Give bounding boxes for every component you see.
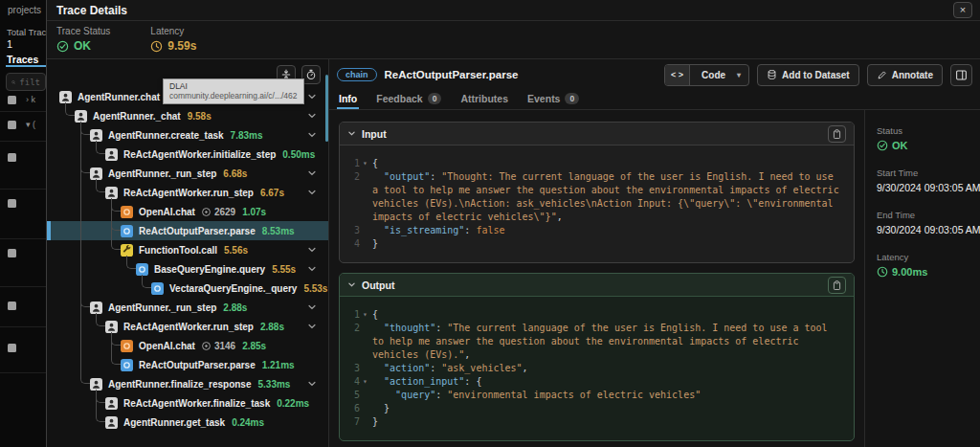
span-name: ReActAgentWorker.run_step xyxy=(123,322,254,332)
row-checkbox[interactable] xyxy=(8,199,16,208)
row-checkbox[interactable] xyxy=(8,344,16,352)
latency-timer-button[interactable] xyxy=(301,65,321,84)
agent-span-icon xyxy=(105,148,118,161)
tree-row-agentrunner-create-task[interactable]: AgentRunner.create_task7.83ms xyxy=(47,125,328,145)
close-button[interactable]: × xyxy=(953,2,972,18)
agent-span-icon xyxy=(105,321,118,333)
collapse-chevron-icon[interactable] xyxy=(307,264,317,274)
code-format-dropdown[interactable]: < > Code ▾ xyxy=(664,64,749,86)
toggle-side-panel-button[interactable] xyxy=(950,64,972,86)
fold-toggle-icon[interactable]: ▾ xyxy=(360,308,370,322)
token-icon xyxy=(201,341,212,351)
collapse-chevron-icon[interactable] xyxy=(307,188,317,197)
search-input[interactable]: filt xyxy=(6,73,46,91)
check-circle-icon xyxy=(877,140,888,151)
breadcrumb[interactable]: projects› xyxy=(8,5,46,15)
search-placeholder: filt xyxy=(19,78,40,87)
app-root: projects› Total Traces 1 Traces filt › k… xyxy=(0,0,980,447)
code-line: 7} xyxy=(342,415,844,429)
input-header[interactable]: Input xyxy=(340,123,854,145)
io-area: Input 1▾{2 "output": "Thought: The curre… xyxy=(329,110,864,447)
row-divider xyxy=(0,326,46,327)
scrollbar-thumb[interactable] xyxy=(325,75,328,142)
total-traces-label: Total Traces xyxy=(7,27,46,37)
tree-row-reactagentworker-finalize-task[interactable]: ReActAgentWorker.finalize_task0.22ms xyxy=(47,393,328,413)
agent-span-icon xyxy=(105,397,118,410)
span-name: AgentRunner._run_step xyxy=(108,168,216,179)
copy-output-button[interactable] xyxy=(828,277,846,294)
agent-span-icon xyxy=(90,378,102,391)
tree-row-functiontool-call[interactable]: FunctionTool.call5.56s xyxy=(47,240,328,259)
output-section: Output 1▾{2 "thought": "The current lang… xyxy=(339,273,855,441)
tree-row-reactoutputparser-parse[interactable]: ReActOutputParser.parse1.21ms xyxy=(47,355,328,374)
span-name: AgentRunner.create_task xyxy=(108,130,224,141)
tab-info[interactable]: Info xyxy=(339,90,357,109)
code-icon: < > xyxy=(665,65,690,85)
tree-row-reactagentworker-run-step[interactable]: ReActAgentWorker.run_step6.67s xyxy=(47,183,328,202)
llm-span-icon xyxy=(121,206,133,218)
span-latency: 8.53ms xyxy=(262,226,295,236)
span-title: ReActOutputParser.parse xyxy=(385,69,519,80)
row-checkbox[interactable] xyxy=(8,249,16,257)
tree-row-reactagentworker-run-step[interactable]: ReActAgentWorker.run_step2.88s xyxy=(47,317,328,336)
code-line: 6 } xyxy=(342,402,844,415)
tab-events[interactable]: Events0 xyxy=(527,90,579,109)
agent-span-icon xyxy=(90,302,102,314)
clock-icon xyxy=(150,40,163,53)
collapse-chevron-icon[interactable] xyxy=(307,92,317,101)
copy-input-button[interactable] xyxy=(828,125,846,143)
trace-status-bar: Trace Status OK Latency 9.59s xyxy=(47,21,980,59)
collapse-chevron-icon[interactable] xyxy=(307,302,317,312)
start-time-label: Start Time xyxy=(877,168,969,178)
tool-span-icon xyxy=(121,244,133,257)
tree-row-reactagentworker-initialize-step[interactable]: ReActAgentWorker.initialize_step0.50ms xyxy=(47,145,328,164)
status-value: OK xyxy=(877,140,969,151)
tree-row-vectaraqueryengine-query[interactable]: VectaraQueryEngine._query5.53s xyxy=(47,279,328,298)
span-latency: 2.85s xyxy=(242,341,266,351)
selected-row-bar xyxy=(47,221,51,240)
add-to-dataset-button[interactable]: Add to Dataset xyxy=(757,64,859,86)
span-name: BaseQueryEngine.query xyxy=(154,264,265,275)
span-name: OpenAI.chat xyxy=(139,341,195,351)
tree-row-reactoutputparser-parse[interactable]: ReActOutputParser.parse8.53ms xyxy=(47,221,328,240)
code-line: 2 "thought": "The current language of th… xyxy=(342,322,844,362)
span-latency: 5.55s xyxy=(272,264,296,275)
span-latency: 2.88s xyxy=(223,302,247,313)
trace-status-label: Trace Status xyxy=(56,26,110,36)
clipboard-icon xyxy=(832,128,842,140)
row-checkbox[interactable] xyxy=(8,302,16,310)
tree-row-basequeryengine-query[interactable]: BaseQueryEngine.query5.55s xyxy=(47,259,328,279)
row-checkbox[interactable] xyxy=(8,153,16,162)
span-name: ReActOutputParser.parse xyxy=(139,226,256,236)
token-icon xyxy=(201,207,212,217)
tree-row-openai-chat[interactable]: OpenAI.chat31462.85s xyxy=(47,336,328,355)
tree-row-agentrunner-chat[interactable]: AgentRunner._chat9.58s xyxy=(47,106,328,125)
trace-latency-value: 9.59s xyxy=(150,39,196,53)
input-section: Input 1▾{2 "output": "Thought: The curre… xyxy=(339,122,855,263)
collapse-chevron-icon[interactable] xyxy=(307,245,317,255)
breadcrumb-projects[interactable]: projects xyxy=(8,5,41,15)
collapse-chevron-icon[interactable] xyxy=(307,322,317,331)
collapse-chevron-icon[interactable] xyxy=(307,130,317,140)
collapse-chevron-icon[interactable] xyxy=(307,168,317,178)
tree-row-agentrunner-get-task[interactable]: AgentRunner.get_task0.24ms xyxy=(47,413,328,432)
tree-row-agentrunner-finalize-response[interactable]: AgentRunner.finalize_response5.33ms xyxy=(47,374,328,393)
row-partial-text: ▾ ( xyxy=(26,120,35,129)
collapse-chevron-icon[interactable] xyxy=(307,111,317,121)
tab-traces[interactable]: Traces xyxy=(7,54,38,65)
fold-toggle-icon[interactable]: ▾ xyxy=(360,375,370,389)
row-checkbox[interactable] xyxy=(8,121,16,129)
collapse-chevron-icon[interactable] xyxy=(307,379,317,389)
annotate-button[interactable]: Annotate xyxy=(867,64,943,86)
fold-toggle-icon[interactable]: ▾ xyxy=(360,157,370,170)
tab-feedback[interactable]: Feedback0 xyxy=(376,90,441,109)
row-checkbox[interactable] xyxy=(8,96,16,104)
span-name: ReActAgentWorker.initialize_step xyxy=(123,149,276,160)
tab-attributes[interactable]: Attributes xyxy=(460,90,508,109)
trace-details-panel: Trace Details × Trace Status OK Latency … xyxy=(46,0,980,447)
tree-row-openai-chat[interactable]: OpenAI.chat26291.07s xyxy=(47,202,328,221)
tree-row-agentrunner-run-step[interactable]: AgentRunner._run_step2.88s xyxy=(47,298,328,317)
row-divider xyxy=(0,189,46,190)
tree-row-agentrunner-run-step[interactable]: AgentRunner._run_step6.68s xyxy=(47,164,328,183)
output-header[interactable]: Output xyxy=(340,274,854,297)
